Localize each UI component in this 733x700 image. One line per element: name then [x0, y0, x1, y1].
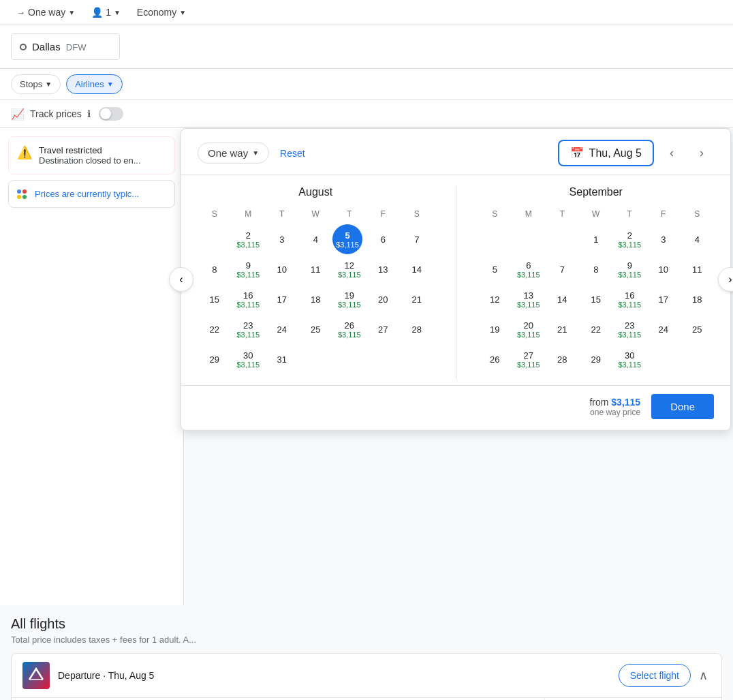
day-cell[interactable]: 3 [265, 224, 299, 254]
day-cell-empty [299, 344, 333, 374]
day-cell[interactable]: 12 [478, 284, 512, 314]
day-cell[interactable]: 14 [546, 284, 580, 314]
stops-label: Stops [20, 79, 42, 89]
day-cell[interactable]: 10 [265, 254, 299, 284]
day-cell[interactable]: 25 [299, 314, 333, 344]
done-button[interactable]: Done [651, 394, 714, 419]
day-cell[interactable]: 7 [400, 224, 434, 254]
chevron-icon: ▼ [107, 80, 114, 88]
origin-field[interactable]: Dallas DFW [11, 33, 120, 60]
day-cell-empty [366, 344, 401, 374]
day-cell[interactable]: 2$3,115 [613, 224, 647, 254]
day-cell[interactable]: 29 [579, 344, 613, 374]
day-cell[interactable]: 23$3,115 [232, 314, 266, 344]
day-cell[interactable]: 9$3,115 [232, 254, 266, 284]
day-cell[interactable]: 30$3,115 [613, 344, 647, 374]
day-cell[interactable]: 11 [299, 254, 333, 284]
day-cell[interactable]: 26$3,115 [332, 314, 366, 344]
airlines-filter-button[interactable]: Airlines ▼ [66, 74, 123, 94]
day-header: T [546, 207, 580, 224]
day-header: S [400, 207, 434, 224]
day-cell[interactable]: 24 [265, 314, 299, 344]
day-cell[interactable]: 17 [265, 284, 299, 314]
cabin-class-button[interactable]: Economy ▼ [131, 4, 191, 20]
departure-info: Departure · Thu, Aug 5 [58, 670, 154, 681]
stops-filter-button[interactable]: Stops ▼ [11, 74, 61, 94]
toggle-knob [100, 108, 111, 119]
day-cell[interactable]: 15 [198, 284, 232, 314]
info-icon[interactable]: ℹ [87, 108, 91, 119]
one-way-dropdown-button[interactable]: One way ▼ [198, 142, 269, 164]
day-cell[interactable]: 27 [366, 314, 401, 344]
day-cell[interactable]: 21 [546, 314, 580, 344]
day-cell[interactable]: 17 [646, 284, 681, 314]
airline-logo [22, 662, 50, 689]
day-cell[interactable]: 15 [579, 284, 613, 314]
track-prices-toggle[interactable] [99, 107, 123, 121]
day-cell[interactable]: 23$3,115 [613, 314, 647, 344]
selected-date-display: 📅 Thu, Aug 5 [558, 140, 654, 166]
chevron-icon: ▼ [68, 9, 75, 16]
day-cell[interactable]: 9$3,115 [613, 254, 647, 284]
day-cell[interactable]: 4 [681, 224, 715, 254]
day-cell[interactable]: 10 [646, 254, 681, 284]
all-flights-title: All flights [11, 616, 722, 632]
day-cell[interactable]: 27$3,115 [512, 344, 546, 374]
day-cell[interactable]: 21 [400, 284, 434, 314]
day-cell[interactable]: 19$3,115 [332, 284, 366, 314]
day-cell[interactable]: 28 [400, 314, 434, 344]
passengers-button[interactable]: 👤 1 ▼ [86, 4, 126, 20]
one-way-label: One way [208, 147, 248, 159]
day-header: F [646, 207, 681, 224]
day-cell[interactable]: 24 [646, 314, 681, 344]
day-cell [198, 224, 232, 254]
day-cell[interactable]: 30$3,115 [232, 344, 266, 374]
day-header: T [332, 207, 366, 224]
day-cell[interactable]: 3 [646, 224, 681, 254]
chevron-icon: ▼ [179, 9, 186, 16]
footer-price: $3,115 [611, 397, 640, 408]
day-cell[interactable]: 28 [546, 344, 580, 374]
day-cell[interactable]: 6$3,115 [512, 254, 546, 284]
select-flight-button[interactable]: Select flight [619, 664, 691, 687]
day-cell[interactable]: 13$3,115 [512, 284, 546, 314]
calendar-prev-button[interactable]: ‹ [169, 267, 193, 292]
day-cell[interactable]: 18 [681, 284, 715, 314]
calendar-overlay: ‹ › One way ▼ Reset 📅 Thu, Aug 5 [181, 128, 731, 431]
day-cell[interactable]: 16$3,115 [613, 284, 647, 314]
collapse-button[interactable]: ∧ [696, 665, 711, 686]
day-cell[interactable]: 19 [478, 314, 512, 344]
typical-prices-info: Prices are currently typic... [8, 180, 175, 208]
day-cell[interactable]: 5 [478, 254, 512, 284]
day-header: S [681, 207, 715, 224]
chevron-right-icon: › [728, 273, 732, 286]
trip-type-button[interactable]: → One way ▼ [11, 4, 80, 20]
day-cell[interactable]: 12$3,115 [332, 254, 366, 284]
chevron-down-icon: ▼ [252, 149, 259, 157]
day-cell[interactable]: 8 [579, 254, 613, 284]
day-cell[interactable]: 7 [546, 254, 580, 284]
day-cell[interactable]: 13 [366, 254, 401, 284]
day-cell[interactable]: 16$3,115 [232, 284, 266, 314]
day-cell[interactable]: 2$3,115 [232, 224, 266, 254]
day-cell[interactable]: 4 [299, 224, 333, 254]
day-cell[interactable]: 20$3,115 [512, 314, 546, 344]
day-cell[interactable]: 20 [366, 284, 401, 314]
day-cell[interactable]: 26 [478, 344, 512, 374]
warning-icon: ⚠️ [17, 145, 32, 166]
day-cell[interactable]: 1 [579, 224, 613, 254]
day-cell[interactable]: 14 [400, 254, 434, 284]
day-cell[interactable]: 18 [299, 284, 333, 314]
day-cell[interactable]: 8 [198, 254, 232, 284]
day-cell[interactable]: 11 [681, 254, 715, 284]
day-cell[interactable]: 22 [579, 314, 613, 344]
date-next-button[interactable]: › [689, 141, 714, 166]
day-cell[interactable]: 29 [198, 344, 232, 374]
day-cell[interactable]: 31 [265, 344, 299, 374]
day-cell[interactable]: 25 [681, 314, 715, 344]
day-cell[interactable]: 22 [198, 314, 232, 344]
day-cell-selected[interactable]: 5$3,115 [332, 224, 362, 254]
reset-button[interactable]: Reset [280, 148, 305, 159]
day-cell[interactable]: 6 [366, 224, 401, 254]
date-prev-button[interactable]: ‹ [659, 141, 684, 166]
